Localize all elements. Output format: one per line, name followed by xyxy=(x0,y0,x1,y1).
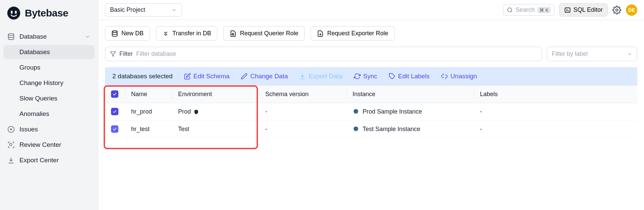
action-row: New DB Transfer in DB Request Querier Ro… xyxy=(105,26,637,41)
th-labels[interactable]: Labels xyxy=(474,86,637,103)
sidebar-item-issues[interactable]: Issues xyxy=(3,122,95,136)
gear-icon[interactable] xyxy=(612,6,621,14)
sidebar-item-anomalies[interactable]: Anomalies xyxy=(3,107,95,121)
cell-schema: - xyxy=(259,103,346,121)
svg-point-6 xyxy=(508,8,512,12)
svg-marker-12 xyxy=(111,52,116,56)
table-row[interactable]: hr_test Test - Test Sample Instance - xyxy=(105,121,637,138)
sync-action[interactable]: Sync xyxy=(354,73,377,80)
svg-point-4 xyxy=(10,129,12,130)
database-icon xyxy=(7,33,15,40)
download-icon xyxy=(299,73,306,80)
chevron-down-icon xyxy=(627,51,632,57)
row-checkbox[interactable] xyxy=(111,108,118,115)
svg-rect-0 xyxy=(11,11,12,14)
download-icon xyxy=(7,157,15,164)
request-exporter-button[interactable]: Request Exporter Role xyxy=(311,26,394,41)
brand[interactable]: Bytebase xyxy=(0,0,98,30)
sidebar: Bytebase Database Databases Groups Chang… xyxy=(0,0,98,210)
table-row[interactable]: hr_prod Prod! - Prod Sample Instance - xyxy=(105,103,637,121)
databases-table: Name Environment Schema version Instance… xyxy=(105,85,637,138)
cell-env: Test xyxy=(178,126,189,133)
sidebar-item-change-history[interactable]: Change History xyxy=(3,76,95,90)
search-icon xyxy=(507,7,513,13)
sidebar-section-label: Database xyxy=(19,33,47,40)
filter-label: Filter xyxy=(119,50,133,57)
pencil-icon xyxy=(241,73,248,80)
search-placeholder: Search xyxy=(516,6,535,13)
export-data-action[interactable]: Export Data xyxy=(299,73,342,80)
th-instance[interactable]: Instance xyxy=(346,86,474,103)
svg-point-5 xyxy=(9,143,12,145)
change-data-action[interactable]: Change Data xyxy=(241,73,288,80)
sidebar-item-export-center[interactable]: Export Center xyxy=(3,153,95,167)
th-name[interactable]: Name xyxy=(125,86,172,103)
sql-editor-button[interactable]: SQL Editor xyxy=(559,3,608,16)
svg-point-10 xyxy=(112,31,117,32)
edit-schema-action[interactable]: Edit Schema xyxy=(184,73,230,80)
sidebar-item-slow-queries[interactable]: Slow Queries xyxy=(3,91,95,106)
cell-schema: - xyxy=(259,121,346,138)
filter-input[interactable] xyxy=(136,50,537,57)
refresh-icon xyxy=(354,73,361,80)
chevron-double-down-icon xyxy=(162,30,169,37)
selection-count: 2 databases selected xyxy=(112,73,173,80)
filter-icon xyxy=(110,51,116,57)
filter-input-wrap: Filter xyxy=(105,47,542,61)
cell-labels: - xyxy=(474,103,637,121)
search-input[interactable]: Search ⌘ K xyxy=(503,4,554,16)
chevron-down-icon xyxy=(171,7,177,13)
cell-name: hr_test xyxy=(125,121,172,138)
circle-dot-icon xyxy=(7,126,15,133)
sidebar-item-review-center[interactable]: Review Center xyxy=(3,138,95,152)
tag-icon xyxy=(389,73,395,80)
sidebar-item-groups[interactable]: Groups xyxy=(3,60,95,75)
file-search-icon xyxy=(230,30,236,37)
cell-name: hr_prod xyxy=(125,103,172,121)
new-db-button[interactable]: New DB xyxy=(105,26,150,41)
terminal-icon xyxy=(564,7,571,13)
th-env[interactable]: Environment xyxy=(172,86,259,103)
filter-by-label[interactable]: Filter by label xyxy=(547,47,637,61)
unlink-icon xyxy=(441,73,448,80)
selection-bar: 2 databases selected Edit Schema Change … xyxy=(105,67,637,85)
sidebar-section-database[interactable]: Database xyxy=(3,30,95,44)
svg-point-9 xyxy=(616,9,618,11)
shield-icon: ! xyxy=(194,109,199,115)
main: Basic Project Search ⌘ K SQL Editor DE N… xyxy=(98,0,644,210)
file-download-icon xyxy=(317,30,324,37)
unassign-action[interactable]: Unassign xyxy=(441,73,477,80)
svg-rect-1 xyxy=(15,11,17,14)
project-selector[interactable]: Basic Project xyxy=(105,3,182,16)
select-all-checkbox[interactable] xyxy=(111,90,118,98)
postgres-icon xyxy=(353,109,359,115)
cell-instance: Prod Sample Instance xyxy=(363,108,422,115)
row-checkbox[interactable] xyxy=(111,125,118,133)
request-querier-button[interactable]: Request Querier Role xyxy=(223,26,305,41)
logo-icon xyxy=(7,6,21,20)
topbar: Basic Project Search ⌘ K SQL Editor DE xyxy=(98,0,644,20)
postgres-icon xyxy=(353,126,359,133)
transfer-db-button[interactable]: Transfer in DB xyxy=(156,26,217,41)
th-schema[interactable]: Schema version xyxy=(259,86,346,103)
database-icon xyxy=(111,30,118,37)
brand-text: Bytebase xyxy=(25,7,68,19)
search-kbd: ⌘ K xyxy=(537,7,550,13)
chevron-down-icon xyxy=(85,34,91,40)
svg-point-2 xyxy=(8,34,14,36)
sidebar-item-databases[interactable]: Databases xyxy=(3,45,95,59)
cell-env: Prod xyxy=(178,108,191,115)
svg-text:!: ! xyxy=(196,111,197,113)
avatar[interactable]: DE xyxy=(626,4,637,16)
project-label: Basic Project xyxy=(110,6,145,13)
pencil-square-icon xyxy=(184,73,191,80)
cell-instance: Test Sample Instance xyxy=(363,126,420,133)
cell-labels: - xyxy=(474,121,637,138)
scan-icon xyxy=(7,141,15,149)
edit-labels-action[interactable]: Edit Labels xyxy=(389,73,430,80)
